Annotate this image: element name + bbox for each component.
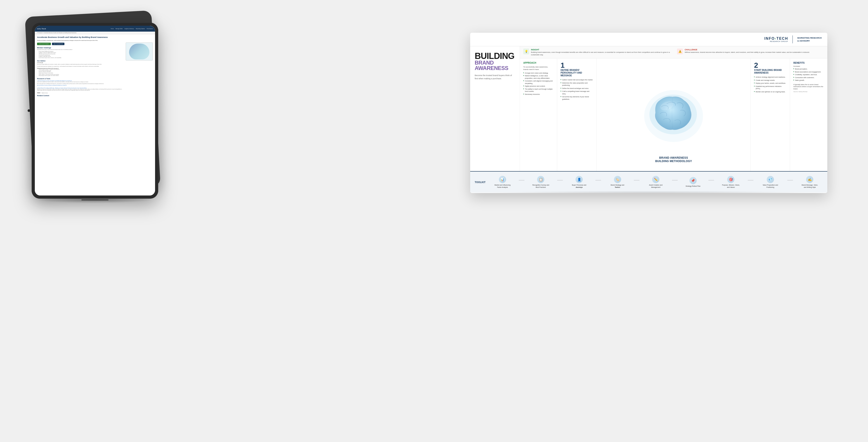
approach-intro: To successfully raise awareness, brands … <box>523 66 554 71</box>
insight-challenge-bar: 💡 INSIGHT Building brand awareness, even… <box>520 46 827 59</box>
approach-bullet-1: ▶A longer-term vision and strategy. <box>523 72 554 74</box>
challenge-icon: ⚠️ <box>677 48 683 55</box>
toolkit-item-1: 📊 Market and Influencing Factor Analysis <box>494 176 511 188</box>
benefits-intro: Increase: <box>794 65 824 67</box>
toolkit-bar: TOOLKIT 📊 Market and Influencing Factor … <box>470 171 827 193</box>
nav-link-insights[interactable]: Insights & Advisory <box>124 28 134 29</box>
benefits-column: BENEFITS Increase: ▶Brand perception. ▶B… <box>790 59 827 171</box>
nav-link-search[interactable]: Find Search <box>147 28 153 29</box>
challenge-title: CHALLENGE <box>685 48 810 51</box>
main-scene: Info-Tech Home Manage Skills Insights & … <box>0 0 868 442</box>
step1-bullet-1: ▶Gather market intel and analyze the mar… <box>561 79 593 81</box>
tool-1-detail: A summary approach on building brand awa… <box>37 83 123 84</box>
step2-bullet-4: ▶Establish key performance indicators (K… <box>754 85 786 90</box>
challenge-body: Without awareness, brands become less at… <box>685 51 810 54</box>
advice-text: Translate brand awareness strategies int… <box>37 66 123 67</box>
toolkit-label-1: Market and Influencing Factor Analysis <box>494 184 511 188</box>
tablet-action-buttons: DOWNLOAD RESEARCH TALK TO AN ADVISOR <box>37 43 123 45</box>
step1-column: 1 DEFINE BRANDS' PERSONALITY AND MESSAGE… <box>557 59 597 171</box>
infographic-main-content: BUILDING BRAND AWARENESS Become the trus… <box>470 46 827 171</box>
toolkit-icon-2: 📋 <box>537 176 544 183</box>
main-title: BUILDING <box>475 52 515 60</box>
toolkit-label-7: Purpose, Mission, Vision, and Values <box>722 184 740 188</box>
benefit-1: ▶Brand perception. <box>794 68 824 70</box>
step2-bullet-5: ▶Monitor and optimize on an ongoing basi… <box>754 91 786 93</box>
infographic-left-title: BUILDING BRAND AWARENESS Become the trus… <box>470 46 520 171</box>
thumbnail-brain <box>129 43 149 59</box>
tagline: Become the trusted brand buyers think of… <box>475 74 515 80</box>
tablet-body: Info-Tech Home Manage Skills Insights & … <box>32 23 158 199</box>
step1-bullet-2: ▶Determine the value proposition and pos… <box>561 82 593 87</box>
nav-link-manage[interactable]: Manage Skills <box>116 28 123 29</box>
toolkit-items: 📊 Market and Influencing Factor Analysis… <box>490 176 823 188</box>
brain-text-overlay: BRAND AWARENESS BUILDING METHODOLOGY <box>597 156 750 163</box>
tablet-nav-logo: Info-Tech <box>37 28 46 30</box>
step2-bullet-1: ▶Achieve strategy alignment and readines… <box>754 76 786 78</box>
tablet-thumbnail <box>126 42 153 61</box>
insight-text-area: INSIGHT Building brand awareness, even t… <box>531 48 670 56</box>
research-tools-title: Research & Tools <box>37 78 123 79</box>
insight-title: INSIGHT <box>531 48 670 51</box>
connector-4 <box>634 180 640 180</box>
toolkit-label-5: Asset Creation and Management <box>647 184 664 188</box>
critical-insight-text: Businesses brings visibility and momentu… <box>37 64 123 65</box>
main-columns: APPROACH To successfully raise awareness… <box>520 59 827 171</box>
step1-bullet-5: ▶Get all the key elements of your brand … <box>561 96 593 100</box>
insight-icon: 💡 <box>523 48 529 55</box>
infographic-panel: INFO-TECH RESEARCH GROUP MARKETING RESEA… <box>470 33 827 193</box>
step1-bullets: ▶Gather market intel and analyze the mar… <box>561 79 593 100</box>
approach-bullets: ▶A longer-term vision and strategy. ▶Mar… <box>523 72 554 96</box>
challenge-item-6: • Limited brand equity, business valuati… <box>37 57 123 59</box>
tablet-research-title: Accelerate Business Growth and Valuation… <box>37 36 123 39</box>
tablet-device: Info-Tech Home Manage Skills Insights & … <box>32 23 158 199</box>
member-challenge-title: Member Challenge <box>37 47 123 48</box>
toolkit-icon-8: 💎 <box>767 176 774 183</box>
tool-1-desc: Learn how to establish the brand foundat… <box>37 81 123 83</box>
toolkit-item-8: 💎 Value Proposition and Positioning <box>761 176 779 188</box>
our-advice-title: Our Advice <box>37 60 123 62</box>
brain-center: BRAND AWARENESS BUILDING METHODOLOGY <box>597 59 750 171</box>
connector-1 <box>519 180 524 180</box>
nav-link-reporting[interactable]: Reporting Options <box>136 28 145 29</box>
toolkit-item-3: 👤 Buyer Personas and Journeys <box>571 176 588 188</box>
infotech-logo-text: INFO-TECH RESEARCH GROUP <box>764 37 788 42</box>
author-section: Author Nathalie Vezina <box>37 92 123 94</box>
step1-number: 1 <box>561 62 593 69</box>
toolkit-icon-6: 📌 <box>689 177 697 184</box>
benefits-note: It typically takes five to seven brand i… <box>794 83 824 90</box>
talk-advisor-button[interactable]: TALK TO AN ADVISOR <box>52 43 65 45</box>
benefits-title: BENEFITS <box>794 62 824 64</box>
logo-area: INFO-TECH RESEARCH GROUP MARKETING RESEA… <box>764 35 822 43</box>
connector-7 <box>748 180 753 180</box>
step2-bullets: ▶Achieve strategy alignment and readines… <box>754 76 786 93</box>
logo-name: INFO-TECH <box>764 37 788 41</box>
toolkit-icon-1: 📊 <box>499 176 506 183</box>
benefit-5: ▶Sales growth. <box>794 79 824 82</box>
toolkit-item-6: 📌 Strategy Rollout Plan <box>686 177 701 187</box>
logo-subtitle: RESEARCH GROUP <box>764 41 788 42</box>
tool-1-storyboard-link[interactable]: Accelerate Business Growth and Valuation… <box>37 85 123 86</box>
related-content-title: Related Content <box>37 95 123 96</box>
benefit-4: ▶Connection with customers. <box>794 76 824 79</box>
author-label: Author <box>37 92 40 94</box>
connector-6 <box>708 180 714 180</box>
main-subtitle: BRAND AWARENESS <box>475 60 515 71</box>
connector-8 <box>787 180 793 180</box>
benefits-source: Source: Startup Bonsai <box>794 91 824 92</box>
step1-bullet-3: ▶Define the brand archetype and voice. <box>561 88 593 90</box>
brain-label-2: BUILDING METHODOLOGY <box>597 160 750 163</box>
tablet-nav-links: Home Manage Skills Insights & Advisory R… <box>111 28 153 29</box>
brain-svg <box>642 88 705 142</box>
step1-title: DEFINE BRANDS' PERSONALITY AND MESSAGE <box>561 69 593 77</box>
brain-label-1: BRAND AWARENESS <box>597 156 750 160</box>
approach-header: APPROACH <box>523 62 554 64</box>
download-research-button[interactable]: DOWNLOAD RESEARCH <box>37 43 51 45</box>
toolkit-item-4: 🏷️ Brand Strategy and Tactics <box>609 176 626 188</box>
approach-bullet-4: ▶Digital presence and content. <box>523 85 554 88</box>
approach-bullet-2: ▶Market intelligence, a clear value prop… <box>523 75 554 79</box>
toolkit-icon-3: 👤 <box>576 176 583 183</box>
toolkit-item-2: 📋 Recognition Survey and Best Practices <box>532 176 549 188</box>
toolkit-label-4: Brand Strategy and Tactics <box>609 184 626 188</box>
critical-insight-label: Critical Insight <box>37 62 123 64</box>
nav-link-home[interactable]: Home <box>111 28 114 29</box>
